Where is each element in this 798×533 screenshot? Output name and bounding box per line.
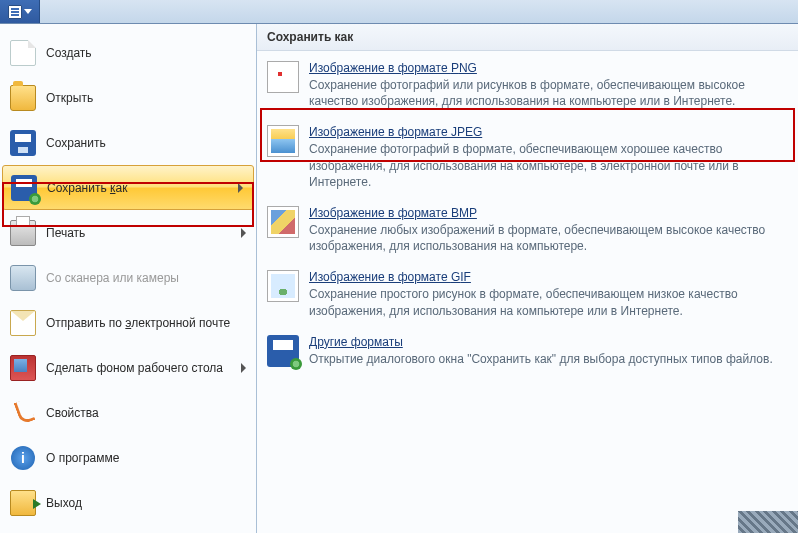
option-bmp[interactable]: Изображение в формате BMP Сохранение люб… — [257, 200, 798, 264]
option-text: Другие форматы Открытие диалогового окна… — [309, 335, 788, 367]
menu-label: Отправить по электронной почте — [46, 316, 246, 330]
title-hotkey: P — [451, 61, 459, 75]
option-desc: Сохранение любых изображений в формате, … — [309, 222, 788, 254]
menu-item-about[interactable]: i О программе — [0, 435, 256, 480]
option-desc: Открытие диалогового окна "Сохранить как… — [309, 351, 788, 367]
menu-item-open[interactable]: Открыть — [0, 75, 256, 120]
wallpaper-icon — [8, 353, 38, 383]
menu-label: Свойства — [46, 406, 246, 420]
mail-icon — [8, 308, 38, 338]
save-as-icon — [9, 173, 39, 203]
bmp-format-icon — [267, 206, 299, 238]
menu-label: Создать — [46, 46, 246, 60]
title-hotkey: B — [451, 206, 459, 220]
option-text: Изображение в формате GIF Сохранение про… — [309, 270, 788, 318]
canvas-peek — [738, 511, 798, 533]
menu-item-scanner: Со сканера или камеры — [0, 255, 256, 300]
menu-item-save[interactable]: Сохранить — [0, 120, 256, 165]
png-format-icon — [267, 61, 299, 93]
menu-item-save-as[interactable]: Сохранить как — [2, 165, 254, 210]
menu-item-exit[interactable]: Выход — [0, 480, 256, 525]
option-title: Изображение в формате JPEG — [309, 125, 482, 139]
label-part: Сохранить — [47, 181, 110, 195]
title-part: Изображение в формате — [309, 206, 451, 220]
submenu-arrow-icon — [238, 183, 243, 193]
menu-label: Сохранить — [46, 136, 246, 150]
menu-label: Печать — [46, 226, 241, 240]
menu-item-send-email[interactable]: Отправить по электронной почте — [0, 300, 256, 345]
option-desc: Сохранение простого рисунок в формате, о… — [309, 286, 788, 318]
menu-label: Выход — [46, 496, 246, 510]
title-part: Изобра — [309, 125, 350, 139]
exit-icon — [8, 488, 38, 518]
title-bar — [0, 0, 798, 24]
app-menu-button[interactable] — [0, 0, 40, 23]
menu-label: Сохранить как — [47, 181, 238, 195]
option-text: Изображение в формате BMP Сохранение люб… — [309, 206, 788, 254]
menu-item-properties[interactable]: Свойства — [0, 390, 256, 435]
title-part: NG — [459, 61, 477, 75]
option-text: Изображение в формате PNG Сохранение фот… — [309, 61, 788, 109]
properties-icon — [8, 398, 38, 428]
menu-item-set-wallpaper[interactable]: Сделать фоном рабочего стола — [0, 345, 256, 390]
option-desc: Сохранение фотографий в формате, обеспеч… — [309, 141, 788, 190]
option-desc: Сохранение фотографий или рисунков в фор… — [309, 77, 788, 109]
title-part: MP — [459, 206, 477, 220]
title-part: ругие форматы — [317, 335, 403, 349]
option-png[interactable]: Изображение в формате PNG Сохранение фот… — [257, 55, 798, 119]
other-format-icon — [267, 335, 299, 367]
label-part: лектронной почте — [131, 316, 230, 330]
save-as-panel: Сохранить как Изображение в формате PNG … — [257, 24, 798, 533]
menu-item-print[interactable]: Печать — [0, 210, 256, 255]
title-part: ение в формате JPEG — [358, 125, 482, 139]
option-other-formats[interactable]: Другие форматы Открытие диалогового окна… — [257, 329, 798, 377]
option-title: Изображение в формате BMP — [309, 206, 477, 220]
title-part: Изображение в формате — [309, 270, 451, 284]
new-file-icon — [8, 38, 38, 68]
menu-label: О программе — [46, 451, 246, 465]
info-icon: i — [8, 443, 38, 473]
title-part: Изображение в формате — [309, 61, 451, 75]
chevron-down-icon — [24, 9, 32, 14]
option-title: Другие форматы — [309, 335, 403, 349]
scanner-icon — [8, 263, 38, 293]
document-icon — [8, 5, 22, 19]
menu-label: Со сканера или камеры — [46, 271, 246, 285]
jpeg-format-icon — [267, 125, 299, 157]
label-part: ак — [115, 181, 127, 195]
option-jpeg[interactable]: Изображение в формате JPEG Сохранение фо… — [257, 119, 798, 200]
gif-format-icon — [267, 270, 299, 302]
panel-header: Сохранить как — [257, 24, 798, 51]
title-hotkey: G — [451, 270, 460, 284]
option-text: Изображение в формате JPEG Сохранение фо… — [309, 125, 788, 190]
option-title: Изображение в формате GIF — [309, 270, 471, 284]
submenu-arrow-icon — [241, 363, 246, 373]
file-menu-dropdown: Создать Открыть Сохранить Сохранить как … — [0, 24, 798, 533]
option-title: Изображение в формате PNG — [309, 61, 477, 75]
menu-label: Сделать фоном рабочего стола — [46, 361, 241, 375]
save-icon — [8, 128, 38, 158]
print-icon — [8, 218, 38, 248]
title-hotkey: ж — [350, 125, 358, 139]
option-gif[interactable]: Изображение в формате GIF Сохранение про… — [257, 264, 798, 328]
submenu-arrow-icon — [241, 228, 246, 238]
menu-item-new[interactable]: Создать — [0, 30, 256, 75]
menu-label: Открыть — [46, 91, 246, 105]
open-folder-icon — [8, 83, 38, 113]
format-option-list: Изображение в формате PNG Сохранение фот… — [257, 51, 798, 381]
label-part: Отправить по — [46, 316, 125, 330]
title-part: IF — [460, 270, 471, 284]
file-menu-left: Создать Открыть Сохранить Сохранить как … — [0, 24, 257, 533]
title-hotkey: Д — [309, 335, 317, 349]
